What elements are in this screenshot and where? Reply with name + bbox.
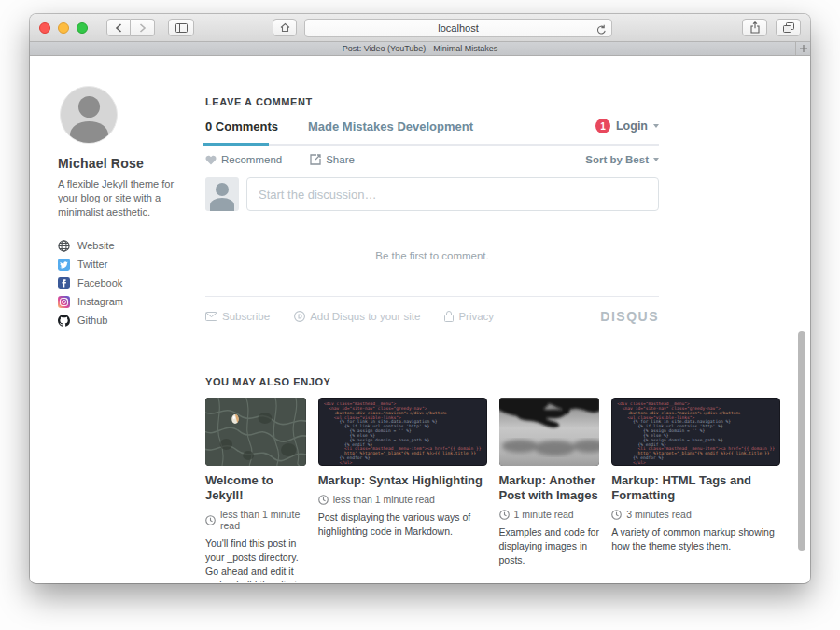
post-read-time: 3 minutes read	[611, 509, 780, 520]
active-tab[interactable]: Post: Video (YouTube) - Minimal Mistakes	[30, 44, 810, 53]
empty-state-message: Be the first to comment.	[205, 250, 659, 261]
subscribe-link[interactable]: Subscribe	[205, 311, 270, 322]
tab-overview-button[interactable]	[776, 19, 801, 36]
disqus-embed: LEAVE A COMMENT 0 Comments Made Mistakes…	[205, 96, 659, 324]
foggy-tree-image	[499, 398, 600, 466]
tab-comment-count[interactable]: 0 Comments	[205, 119, 278, 133]
new-tab-button[interactable]	[795, 42, 810, 55]
sidebar-link-label: Facebook	[77, 277, 122, 288]
related-post-card: Welcome to Jekyll! less than 1 minute re…	[205, 398, 306, 582]
author-name: Michael Rose	[58, 156, 200, 171]
sidebar-item-website[interactable]: Website	[58, 236, 200, 255]
sidebar-item-twitter[interactable]: Twitter	[58, 255, 200, 273]
add-disqus-label: Add Disqus to your site	[310, 311, 420, 322]
login-label: Login	[616, 119, 648, 133]
clock-icon	[318, 495, 329, 505]
share-thread-button[interactable]: Share	[310, 154, 355, 165]
disqus-action-bar: Recommend Share Sort by Best	[205, 154, 659, 165]
page-content: Michael Rose A flexible Jekyll theme for…	[30, 56, 810, 582]
author-links: Website Twitter Facebook	[58, 236, 200, 329]
chevron-down-icon	[653, 124, 659, 128]
clock-icon	[499, 510, 510, 520]
related-posts-heading: YOU MAY ALSO ENJOY	[205, 376, 780, 387]
home-icon	[280, 22, 290, 33]
sort-dropdown[interactable]: Sort by Best	[585, 154, 659, 165]
add-disqus-link[interactable]: Add Disqus to your site	[294, 311, 420, 322]
disqus-logo[interactable]: DISQUS	[600, 309, 659, 324]
safari-window: localhost Post: Video (YouTube) - Minima…	[30, 14, 810, 583]
toolbar-right-buttons	[742, 19, 801, 36]
sidebar-icon	[175, 23, 188, 33]
author-avatar	[60, 86, 118, 144]
disqus-tabs: 0 Comments Made Mistakes Development 1 L…	[205, 119, 659, 146]
disqus-footer: Subscribe Add Disqus to your site Privac…	[205, 309, 659, 324]
divider	[205, 296, 659, 297]
related-post-card: <div class="masthead__menu"> <nav id="si…	[611, 398, 780, 582]
code-screenshot: <div class="masthead__menu"> <nav id="si…	[324, 402, 482, 466]
share-icon	[750, 21, 760, 34]
author-sidebar: Michael Rose A flexible Jekyll theme for…	[58, 86, 200, 329]
minimize-window-button[interactable]	[58, 22, 69, 34]
related-posts-grid: Welcome to Jekyll! less than 1 minute re…	[205, 398, 780, 582]
share-button[interactable]	[742, 19, 767, 36]
related-post-card: Markup: Another Post with Images 1 minut…	[499, 398, 600, 582]
home-button[interactable]	[273, 19, 297, 36]
twitter-icon	[58, 259, 70, 271]
close-window-button[interactable]	[39, 22, 50, 34]
clock-icon	[611, 510, 622, 520]
moss-image	[205, 398, 306, 466]
plus-icon	[800, 45, 807, 52]
comments-heading: LEAVE A COMMENT	[205, 96, 659, 107]
post-title[interactable]: Markup: Syntax Highlighting	[318, 473, 487, 488]
post-thumbnail-foggy-tree[interactable]	[499, 398, 600, 466]
tab-forum-link[interactable]: Made Mistakes Development	[308, 119, 473, 133]
sidebar-link-label: Website	[77, 240, 115, 251]
login-button[interactable]: 1 Login	[595, 119, 659, 133]
envelope-icon	[205, 312, 217, 321]
sidebar-item-facebook[interactable]: Facebook	[58, 273, 200, 292]
refresh-button[interactable]	[596, 22, 607, 39]
sidebar-link-label: Twitter	[77, 259, 107, 270]
privacy-link[interactable]: Privacy	[444, 311, 494, 322]
post-read-time: less than 1 minute read	[205, 509, 306, 531]
address-bar[interactable]: localhost	[304, 19, 612, 37]
back-button[interactable]	[106, 19, 131, 36]
sidebar-toggle-button[interactable]	[168, 19, 194, 36]
related-post-card: <div class="masthead__menu"> <nav id="si…	[318, 398, 487, 582]
commenter-avatar	[205, 177, 239, 211]
post-thumbnail-code[interactable]: <div class="masthead__menu"> <nav id="si…	[318, 398, 487, 466]
share-label: Share	[326, 154, 355, 165]
post-excerpt: Post displaying the various ways of high…	[318, 511, 487, 539]
post-title[interactable]: Markup: HTML Tags and Formatting	[611, 473, 780, 503]
disqus-icon	[294, 311, 305, 322]
main-column: LEAVE A COMMENT 0 Comments Made Mistakes…	[205, 56, 780, 582]
post-excerpt: Examples and code for displaying images …	[499, 525, 600, 567]
instagram-icon	[58, 296, 70, 308]
recommend-label: Recommend	[221, 154, 282, 165]
tabs-icon	[783, 22, 794, 33]
browser-toolbar: localhost	[30, 14, 810, 42]
sidebar-item-instagram[interactable]: Instagram	[58, 292, 200, 311]
github-icon	[58, 315, 70, 327]
post-read-time: 1 minute read	[499, 509, 600, 520]
post-title[interactable]: Markup: Another Post with Images	[499, 473, 600, 503]
post-excerpt: You'll find this post in your _posts dir…	[205, 537, 306, 582]
subscribe-label: Subscribe	[222, 311, 270, 322]
clock-icon	[205, 515, 216, 525]
author-bio: A flexible Jekyll theme for your blog or…	[58, 177, 179, 219]
recommend-button[interactable]: Recommend	[205, 154, 282, 165]
forward-button[interactable]	[131, 19, 155, 36]
browser-tab-bar: Post: Video (YouTube) - Minimal Mistakes	[30, 42, 810, 56]
chevron-down-icon	[653, 158, 659, 161]
sidebar-item-github[interactable]: Github	[58, 311, 200, 329]
sidebar-link-label: Github	[77, 315, 107, 326]
back-icon	[115, 23, 122, 33]
comment-composer	[205, 177, 659, 211]
window-controls	[39, 22, 88, 34]
post-thumbnail-code[interactable]: <div class="masthead__menu"> <nav id="si…	[611, 398, 780, 466]
scrollbar-thumb[interactable]	[798, 331, 805, 551]
post-thumbnail-moss[interactable]	[205, 398, 306, 466]
zoom-window-button[interactable]	[77, 22, 88, 34]
comment-input[interactable]	[246, 177, 659, 211]
post-title[interactable]: Welcome to Jekyll!	[205, 473, 306, 503]
